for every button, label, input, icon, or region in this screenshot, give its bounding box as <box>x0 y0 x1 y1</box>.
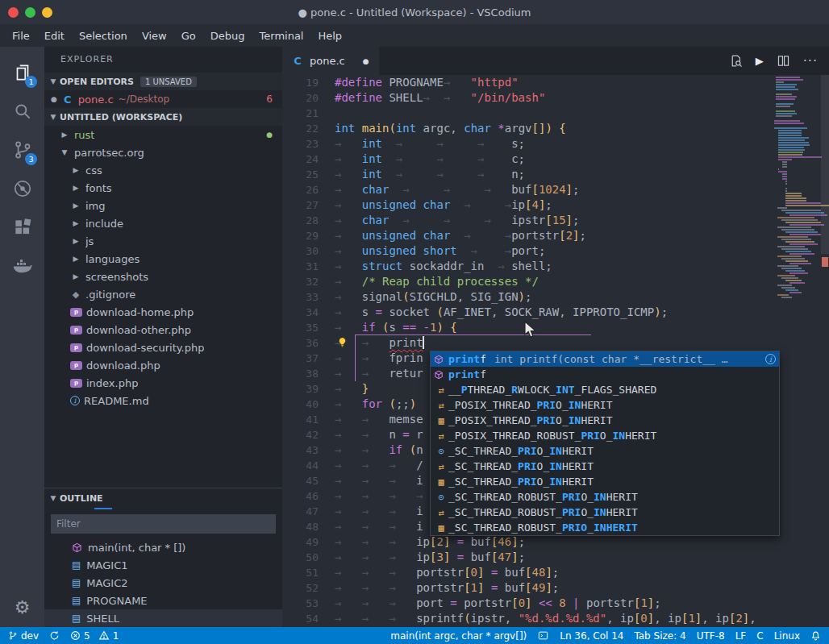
outline-filter-input[interactable] <box>51 514 276 534</box>
outline-item-magic1[interactable]: ▤MAGIC1 <box>44 556 282 574</box>
run-code-icon[interactable]: ▶ <box>756 55 764 67</box>
code-line[interactable]: 23→ int → → → s; <box>282 136 829 152</box>
completion-item[interactable]: ⇄_POSIX_THREAD_ROBUST_PRIO_INHERIT <box>431 428 779 443</box>
tree-item[interactable]: ▼parrotsec.org <box>44 143 282 161</box>
code-line[interactable]: 52→ → → portstr[1] = buf[49]; <box>282 580 829 596</box>
outline-item-shell[interactable]: ▤SHELL <box>44 609 282 627</box>
completion-item[interactable]: ▦_SC_THREAD_PRIO_INHERIT <box>431 474 779 489</box>
lightbulb-icon[interactable] <box>337 337 348 347</box>
menu-selection[interactable]: Selection <box>72 27 135 45</box>
completion-item[interactable]: printfint printf(const char *__restrict_… <box>431 351 779 367</box>
code-line[interactable]: 19#define PROGNAME→ "httpd" <box>282 75 829 90</box>
tree-item[interactable]: ▶languages <box>44 250 282 268</box>
outline-item-main-int-char-[interactable]: main(int, char * []) <box>44 538 282 556</box>
minimize-window-button[interactable] <box>42 7 52 18</box>
problems-status[interactable]: 5 1 <box>70 630 119 642</box>
code-line[interactable]: 49→ → → ip[2] = buf[46]; <box>282 534 829 550</box>
outline-item-progname[interactable]: ▤PROGNAME <box>44 592 282 609</box>
code-line[interactable]: 34→ s = socket (AF_INET, SOCK_RAW, IPPRO… <box>282 305 829 320</box>
menu-terminal[interactable]: Terminal <box>252 27 311 45</box>
code-line[interactable]: 50→ → → ip[3] = buf[47]; <box>282 550 829 565</box>
code-line[interactable]: 26→ char → → → buf[1024]; <box>282 182 829 197</box>
activity-debug-disabled[interactable] <box>0 169 44 208</box>
tree-item[interactable]: ▶include <box>44 214 282 232</box>
tree-item[interactable]: pdownload-security.php <box>44 339 282 356</box>
language-indicator[interactable]: C <box>756 630 763 642</box>
code-line[interactable]: 20#define SHELL→ → "/bin/bash" <box>282 90 829 106</box>
menu-view[interactable]: View <box>135 27 174 45</box>
encoding-indicator[interactable]: UTF-8 <box>697 630 725 642</box>
tree-item[interactable]: ▶css <box>44 161 282 179</box>
code-line[interactable]: 27→ unsigned char → →ip[4]; <box>282 197 829 213</box>
menu-go[interactable]: Go <box>174 27 203 45</box>
more-actions-icon[interactable]: ··· <box>803 53 818 69</box>
activity-search[interactable] <box>0 92 44 131</box>
tree-item[interactable]: ◆.gitignore <box>44 285 282 303</box>
sync-button[interactable] <box>49 630 60 641</box>
code-line[interactable]: 32→ /* Reap child processes */ <box>282 274 829 289</box>
completion-item[interactable]: ▦_POSIX_THREAD_PRIO_INHERIT <box>431 413 779 428</box>
scrollbar-thumb[interactable] <box>821 75 829 254</box>
code-line[interactable]: 31→ struct sockaddr_in → shell; <box>282 259 829 274</box>
settings-gear-icon[interactable]: ⚙ <box>15 597 31 617</box>
open-changes-icon[interactable] <box>729 54 743 68</box>
completion-item[interactable]: ⊙_SC_THREAD_PRIO_INHERIT <box>431 443 779 459</box>
tree-item[interactable]: ▶fonts <box>44 179 282 197</box>
terminal-icon[interactable] <box>537 630 549 641</box>
cursor-position[interactable]: Ln 36, Col 14 <box>560 630 623 642</box>
activity-source-control[interactable]: 3 <box>0 131 44 169</box>
code-line[interactable]: 21 <box>282 106 829 121</box>
tree-item[interactable]: ▶screenshots <box>44 268 282 285</box>
menu-debug[interactable]: Debug <box>203 27 252 45</box>
code-line[interactable]: 28→ char → → → ipstr[15]; <box>282 213 829 228</box>
code-line[interactable]: 30→ unsigned short → →port; <box>282 243 829 259</box>
outline-header[interactable]: ▼ OUTLINE <box>44 488 282 508</box>
code-editor[interactable]: 19#define PROGNAME→ "httpd"20#define SHE… <box>282 75 829 627</box>
code-line[interactable]: 53→ → → port = portstr[0] << 8 | portstr… <box>282 596 829 611</box>
open-editors-header[interactable]: ▼ OPEN EDITORS 1 UNSAVED <box>44 73 282 90</box>
tree-item[interactable]: ▶img <box>44 197 282 214</box>
outline-item-magic2[interactable]: ▤MAGIC2 <box>44 574 282 592</box>
code-line[interactable]: 35→ if (s == -1) { <box>282 320 829 335</box>
split-editor-icon[interactable] <box>777 54 790 68</box>
completion-item[interactable]: printf <box>431 367 779 382</box>
completion-item[interactable]: ⇄__PTHREAD_RWLOCK_INT_FLAGS_SHARED <box>431 382 779 397</box>
editor-scrollbar[interactable] <box>821 75 829 627</box>
git-branch-status[interactable]: dev <box>8 630 39 642</box>
tree-item[interactable]: pdownload-home.php <box>44 303 282 321</box>
open-editor-pone-c[interactable]: ● C pone.c ~/Desktop 6 <box>44 90 282 108</box>
minimap[interactable] <box>774 77 821 299</box>
code-line[interactable]: 54→ → → sprintf(ipstr, "%d.%d.%d.%d", ip… <box>282 611 829 626</box>
menu-help[interactable]: Help <box>310 27 349 45</box>
activity-extensions[interactable] <box>0 208 44 247</box>
completion-item[interactable]: ⇄_SC_THREAD_PRIO_INHERIT <box>431 459 779 474</box>
maximize-window-button[interactable] <box>25 7 35 18</box>
menu-edit[interactable]: Edit <box>37 27 72 45</box>
workspace-header[interactable]: ▼ UNTITLED (WORKSPACE) <box>44 108 282 126</box>
code-line[interactable]: 25→ int → → → n; <box>282 167 829 182</box>
code-line[interactable]: 22int main(int argc, char *argv[]) { <box>282 121 829 136</box>
completion-item[interactable]: ⊙_SC_THREAD_ROBUST_PRIO_INHERIT <box>431 489 779 505</box>
activity-explorer[interactable]: 1 <box>0 53 44 92</box>
completion-item[interactable]: ⇄_SC_THREAD_ROBUST_PRIO_INHERIT <box>431 505 779 520</box>
os-indicator[interactable]: Linux <box>774 630 800 642</box>
code-line[interactable]: 33→ signal(SIGCHLD, SIG_IGN); <box>282 289 829 305</box>
code-line[interactable]: 51→ → → portstr[0] = buf[48]; <box>282 565 829 580</box>
tree-item[interactable]: ▶rust● <box>44 126 282 143</box>
eol-indicator[interactable]: LF <box>735 630 747 642</box>
tab-pone-c[interactable]: C pone.c ● <box>282 47 379 75</box>
activity-docker[interactable] <box>0 247 44 285</box>
menu-file[interactable]: File <box>5 27 37 45</box>
tab-size-indicator[interactable]: Tab Size: 4 <box>634 630 685 642</box>
tree-item[interactable]: pindex.php <box>44 374 282 392</box>
tree-item[interactable]: iREADME.md <box>44 392 282 409</box>
tree-item[interactable]: pdownload.php <box>44 356 282 374</box>
code-line[interactable]: 29→ unsigned char → →portstr[2]; <box>282 228 829 243</box>
close-window-button[interactable] <box>8 7 19 18</box>
tree-item[interactable]: pdownload-other.php <box>44 321 282 339</box>
notifications-bell-icon[interactable] <box>810 630 821 642</box>
completion-item[interactable]: ▦_SC_THREAD_ROBUST_PRIO_INHERIT <box>431 520 779 535</box>
tree-item[interactable]: ▶js <box>44 232 282 250</box>
code-line[interactable]: 36→ → print <box>282 335 829 351</box>
completion-item[interactable]: ⇄_POSIX_THREAD_PRIO_INHERIT <box>431 397 779 413</box>
